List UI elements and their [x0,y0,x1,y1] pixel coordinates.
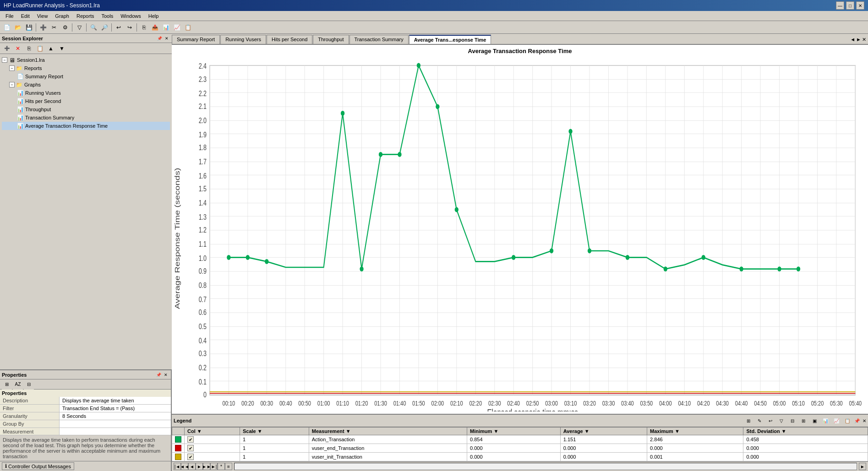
add-graph-button[interactable]: ➕ [38,22,48,32]
save-button[interactable]: 💾 [24,22,34,32]
legend-btn-8[interactable]: 📊 [820,416,830,426]
tab-close-current[interactable]: ✕ [862,37,866,43]
menu-view[interactable]: View [33,12,52,20]
zoom-out-button[interactable]: 🔎 [99,22,109,32]
props-alpha-btn[interactable]: AZ [13,379,23,390]
legend-btn-1[interactable]: ⊞ [743,416,753,426]
props-expand-btn[interactable]: ⊟ [24,379,34,390]
legend-check-0[interactable]: ✔ [185,435,240,444]
controller-output-button[interactable]: ℹ Controller Output Messages [2,462,74,470]
explorer-del-btn[interactable]: ✕ [13,43,23,54]
nav-filter[interactable]: * [218,463,225,470]
tab-hits-per-second[interactable]: Hits per Second [267,35,312,44]
new-button[interactable]: 📄 [2,22,12,32]
legend-col-minimum[interactable]: Minimum ▼ [467,428,561,435]
nav-last[interactable]: ►| [210,463,218,470]
legend-btn-4[interactable]: ▽ [776,416,786,426]
legend-col-stddev[interactable]: Std. Deviation ▼ [743,428,868,435]
props-val-groupby[interactable] [60,420,171,428]
settings-button[interactable]: ⚙ [60,22,70,32]
close-explorer-button[interactable]: ✕ [164,35,170,42]
menu-tools[interactable]: Tools [98,12,117,20]
export-button[interactable]: 📤 [150,22,160,32]
svg-text:03:40: 03:40 [621,400,634,407]
nav-next-page[interactable]: ►► [203,463,210,470]
explorer-paste-btn[interactable]: 📋 [35,43,45,54]
legend-btn-5[interactable]: ⊟ [787,416,797,426]
export3-button[interactable]: 📈 [172,22,182,32]
undo-button[interactable]: ↩ [114,22,124,32]
graphs-expand[interactable]: − [9,82,15,87]
pin-button[interactable]: 📌 [156,35,163,42]
menu-reports[interactable]: Reports [73,12,98,20]
export2-button[interactable]: 📊 [161,22,171,32]
tab-transaction-summary[interactable]: Transaction Summary [349,35,409,44]
tree-graphs[interactable]: − 📁 Graphs [2,81,170,89]
explorer-down-btn[interactable]: ▼ [57,43,67,54]
props-val-filter[interactable]: Transaction End Status = (Pass) [60,405,171,412]
props-val-description[interactable]: Displays the average time taken [60,397,171,404]
point-30 [797,266,800,271]
tab-throughput[interactable]: Throughput [313,35,349,44]
legend-btn-6[interactable]: ⊞ [798,416,808,426]
maximize-button[interactable]: □ [846,1,854,10]
menu-help[interactable]: Help [145,12,163,20]
menu-windows[interactable]: Windows [117,12,145,20]
copy-button[interactable]: ⎘ [139,22,149,32]
explorer-up-btn[interactable]: ▲ [46,43,56,54]
legend-close[interactable]: ✕ [863,418,866,423]
legend-col-average[interactable]: Average ▼ [560,428,647,435]
remove-button[interactable]: ✂ [49,22,59,32]
legend-btn-2[interactable]: ✎ [754,416,764,426]
tab-running-vusers[interactable]: Running Vusers [220,35,266,44]
explorer-copy-btn[interactable]: ⎘ [24,43,34,54]
tree-avg-response[interactable]: 📊 Average Transaction Response Time [2,122,170,130]
legend-btn-10[interactable]: 📋 [842,416,852,426]
open-button[interactable]: 📂 [13,22,23,32]
props-close-button[interactable]: ✕ [163,372,169,378]
explorer-add-btn[interactable]: ➕ [2,43,12,54]
legend-col-measurement[interactable]: Measurement ▼ [309,428,467,435]
zoom-in-button[interactable]: 🔍 [88,22,98,32]
legend-col-maximum[interactable]: Maximum ▼ [647,428,743,435]
reports-expand[interactable]: − [9,65,15,71]
nav-prev[interactable]: ◄ [188,463,196,470]
props-pin-button[interactable]: 📌 [155,372,162,378]
minimize-button[interactable]: — [836,1,844,10]
scroll-right[interactable]: ► [859,463,866,470]
tab-nav-left[interactable]: ◄ [850,37,855,42]
props-val-granularity[interactable]: 8 Seconds [60,412,171,420]
legend-col-scale[interactable]: Scale ▼ [240,428,309,435]
tab-summary-report[interactable]: Summary Report [172,35,220,44]
tree-running-vusers[interactable]: 📊 Running Vusers [2,89,170,97]
menu-edit[interactable]: Edit [17,12,33,20]
props-sort-btn[interactable]: ⊞ [2,379,12,390]
root-expand[interactable]: − [2,57,7,63]
tree-throughput[interactable]: 📊 Throughput [2,105,170,114]
root-label: Session1.lra [17,57,45,63]
legend-btn-9[interactable]: 📈 [831,416,841,426]
redo-button[interactable]: ↪ [125,22,135,32]
scroll-bar[interactable] [234,463,857,470]
tab-nav-right[interactable]: ► [856,37,861,42]
tree-reports[interactable]: − 📁 Reports [2,64,170,72]
legend-col-col[interactable]: Col ▼ [185,428,240,435]
tree-transaction-summary[interactable]: 📊 Transaction Summary [2,114,170,122]
tree-root[interactable]: − 🖥 Session1.lra [2,56,170,64]
legend-btn-3[interactable]: ↩ [765,416,775,426]
close-button[interactable]: ✕ [856,1,864,10]
menu-graph[interactable]: Graph [51,12,73,20]
legend-check-1[interactable]: ✔ [185,444,240,453]
legend-check-2[interactable]: ✔ [185,453,240,461]
tab-avg-response[interactable]: Average Trans...esponse Time [409,35,491,44]
legend-pin[interactable]: 📌 [854,418,860,423]
nav-export[interactable]: ≡ [225,463,232,470]
nav-prev-page[interactable]: ◄◄ [181,463,188,470]
tree-summary-report[interactable]: 📄 Summary Report [2,72,170,81]
filter-button[interactable]: ▽ [74,22,84,32]
legend-btn-7[interactable]: ▣ [809,416,819,426]
menu-file[interactable]: File [2,12,17,20]
export4-button[interactable]: 📋 [183,22,193,32]
tree-hits-per-second[interactable]: 📊 Hits per Second [2,97,170,105]
props-val-measurement[interactable] [60,428,171,435]
